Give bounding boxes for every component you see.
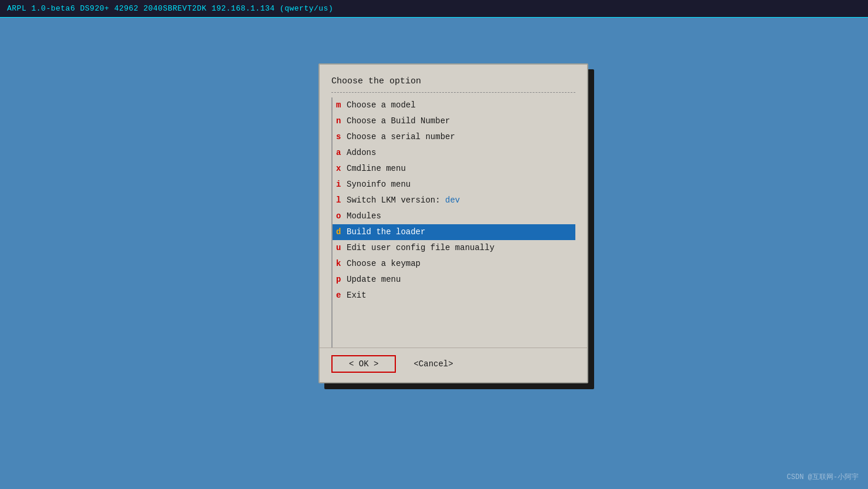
dialog-buttons: < OK > <Cancel> bbox=[320, 348, 587, 382]
menu-key-a: a bbox=[336, 147, 347, 159]
menu-container: mChoose a modelnChoose a Build NumbersCh… bbox=[331, 97, 575, 348]
menu-item-a[interactable]: aAddons bbox=[333, 145, 575, 161]
menu-item-i[interactable]: iSynoinfo menu bbox=[333, 177, 575, 193]
menu-item-e[interactable]: eExit bbox=[333, 288, 575, 303]
menu-item-text-n: Choose a Build Number bbox=[347, 115, 450, 127]
menu-item-accent-l: dev bbox=[445, 195, 460, 205]
menu-item-text-i: Synoinfo menu bbox=[347, 178, 411, 191]
menu-item-text-u: Edit user config file manually bbox=[347, 242, 494, 254]
menu-item-text-k: Choose a keymap bbox=[347, 258, 421, 270]
terminal-title-text: ARPL 1.0-beta6 DS920+ 42962 2040SBREVT2D… bbox=[7, 4, 333, 13]
menu-key-s: s bbox=[336, 131, 347, 143]
menu-key-u: u bbox=[336, 242, 347, 254]
menu-key-x: x bbox=[336, 163, 347, 175]
menu-item-text-s: Choose a serial number bbox=[347, 131, 455, 143]
menu-item-text-p: Update menu bbox=[347, 274, 401, 286]
menu-item-m[interactable]: mChoose a model bbox=[333, 97, 575, 113]
menu-item-text-o: Modules bbox=[347, 210, 381, 222]
menu-item-text-m: Choose a model bbox=[347, 99, 416, 112]
menu-item-text-l: Switch LKM version: dev bbox=[347, 194, 460, 207]
menu-item-l[interactable]: lSwitch LKM version: dev bbox=[333, 193, 575, 208]
menu-item-text-d: Build the loader bbox=[347, 226, 425, 238]
menu-item-p[interactable]: pUpdate menu bbox=[333, 272, 575, 288]
menu-item-n[interactable]: nChoose a Build Number bbox=[333, 113, 575, 129]
cancel-button[interactable]: <Cancel> bbox=[408, 356, 459, 372]
menu-key-n: n bbox=[336, 115, 347, 127]
dialog-inner: Choose the option mChoose a modelnChoose… bbox=[320, 65, 587, 348]
menu-item-text-x: Cmdline menu bbox=[347, 163, 406, 175]
dialog-separator bbox=[331, 92, 575, 93]
menu-item-o[interactable]: oModules bbox=[333, 208, 575, 224]
dialog-title: Choose the option bbox=[331, 76, 575, 86]
menu-item-d[interactable]: dBuild the loader bbox=[333, 224, 575, 240]
menu-key-d: d bbox=[336, 226, 347, 238]
menu-key-e: e bbox=[336, 289, 347, 302]
menu-item-s[interactable]: sChoose a serial number bbox=[333, 129, 575, 145]
menu-key-m: m bbox=[336, 99, 347, 112]
menu-item-text-a: Addons bbox=[347, 147, 376, 159]
menu-key-k: k bbox=[336, 258, 347, 270]
menu-item-text-e: Exit bbox=[347, 289, 367, 302]
watermark: CSDN @互联网-小阿宇 bbox=[787, 472, 859, 482]
menu-key-p: p bbox=[336, 274, 347, 286]
ok-button[interactable]: < OK > bbox=[331, 355, 396, 373]
dialog: Choose the option mChoose a modelnChoose… bbox=[318, 63, 588, 383]
menu-item-x[interactable]: xCmdline menu bbox=[333, 161, 575, 177]
menu-key-l: l bbox=[336, 194, 347, 207]
menu-key-i: i bbox=[336, 178, 347, 191]
menu-item-k[interactable]: kChoose a keymap bbox=[333, 256, 575, 272]
terminal-titlebar: ARPL 1.0-beta6 DS920+ 42962 2040SBREVT2D… bbox=[0, 0, 868, 18]
menu-item-u[interactable]: uEdit user config file manually bbox=[333, 240, 575, 256]
menu-key-o: o bbox=[336, 210, 347, 222]
